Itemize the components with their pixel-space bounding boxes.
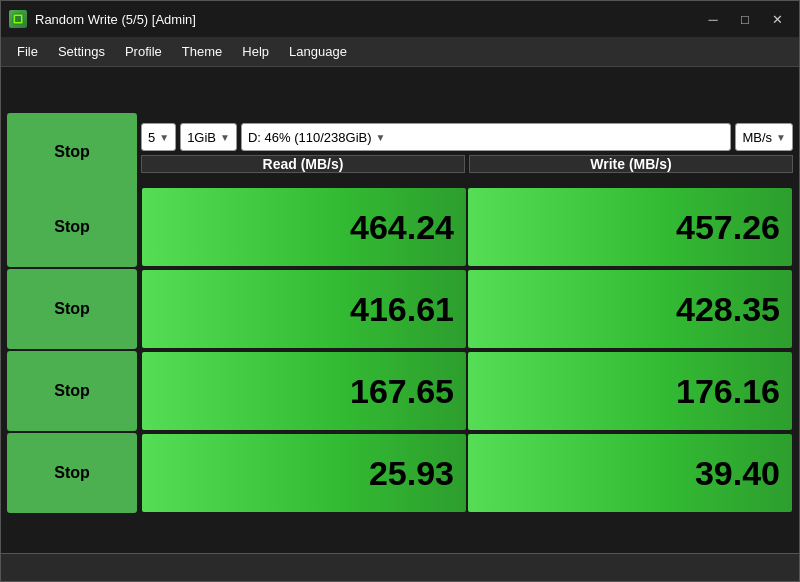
drive-dropdown[interactable]: D: 46% (110/238GiB) ▼ [241, 123, 732, 151]
stop-button-row2[interactable]: Stop [7, 269, 137, 349]
read-cell-row1: 464.24 [142, 188, 466, 266]
read-value-row1: 464.24 [350, 208, 454, 247]
stop-button-row4[interactable]: Stop [7, 433, 137, 513]
read-cell-row3: 167.65 [142, 352, 466, 430]
title-bar: Random Write (5/5) [Admin] ─ □ ✕ [1, 1, 799, 37]
write-value-row2: 428.35 [676, 290, 780, 329]
table-row: Stop 167.65 176.16 [7, 351, 793, 431]
status-bar [1, 553, 799, 581]
menu-item-settings[interactable]: Settings [48, 40, 115, 63]
minimize-button[interactable]: ─ [699, 9, 727, 29]
menu-item-file[interactable]: File [7, 40, 48, 63]
window-controls: ─ □ ✕ [699, 9, 791, 29]
write-value-row4: 39.40 [695, 454, 780, 493]
table-row: Stop 416.61 428.35 [7, 269, 793, 349]
main-window: Random Write (5/5) [Admin] ─ □ ✕ File Se… [0, 0, 800, 582]
read-cell-row2: 416.61 [142, 270, 466, 348]
count-dropdown-arrow: ▼ [159, 132, 169, 143]
read-value-row4: 25.93 [369, 454, 454, 493]
unit-dropdown-arrow: ▼ [776, 132, 786, 143]
write-header: Write (MB/s) [469, 155, 793, 173]
stop-button-row3[interactable]: Stop [7, 351, 137, 431]
table-row: Stop 25.93 39.40 [7, 433, 793, 513]
write-cell-row2: 428.35 [468, 270, 792, 348]
read-value-row3: 167.65 [350, 372, 454, 411]
close-button[interactable]: ✕ [763, 9, 791, 29]
unit-dropdown[interactable]: MB/s ▼ [735, 123, 793, 151]
read-cell-row4: 25.93 [142, 434, 466, 512]
menu-bar: File Settings Profile Theme Help Languag… [1, 37, 799, 67]
table-row: Stop 464.24 457.26 [7, 187, 793, 267]
write-value-row1: 457.26 [676, 208, 780, 247]
window-title: Random Write (5/5) [Admin] [35, 12, 699, 27]
menu-item-theme[interactable]: Theme [172, 40, 232, 63]
read-value-row2: 416.61 [350, 290, 454, 329]
content-area: Stop 5 ▼ 1GiB ▼ D: 46% (110/238GiB) [1, 67, 799, 553]
drive-dropdown-arrow: ▼ [376, 132, 386, 143]
count-dropdown[interactable]: 5 ▼ [141, 123, 176, 151]
toolbar-row [7, 73, 793, 109]
size-dropdown-arrow: ▼ [220, 132, 230, 143]
read-header: Read (MB/s) [141, 155, 465, 173]
write-cell-row1: 457.26 [468, 188, 792, 266]
menu-item-help[interactable]: Help [232, 40, 279, 63]
write-cell-row3: 176.16 [468, 352, 792, 430]
menu-item-language[interactable]: Language [279, 40, 357, 63]
write-value-row3: 176.16 [676, 372, 780, 411]
main-stop-button[interactable]: Stop [7, 113, 137, 191]
write-cell-row4: 39.40 [468, 434, 792, 512]
size-dropdown[interactable]: 1GiB ▼ [180, 123, 237, 151]
data-grid: Stop 464.24 457.26 Stop 416.61 428.35 [7, 185, 793, 547]
app-icon [9, 10, 27, 28]
menu-item-profile[interactable]: Profile [115, 40, 172, 63]
svg-rect-1 [15, 16, 21, 22]
maximize-button[interactable]: □ [731, 9, 759, 29]
stop-button-row1[interactable]: Stop [7, 187, 137, 267]
